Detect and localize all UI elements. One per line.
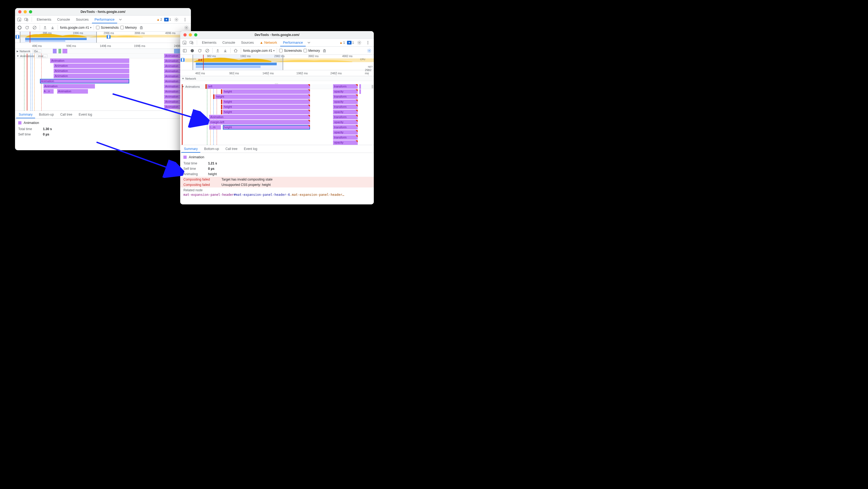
tab-sources[interactable]: Sources <box>73 16 91 23</box>
animation-bar-selected[interactable]: Animation <box>40 79 129 84</box>
zoom-window-button[interactable] <box>29 10 32 13</box>
tab-call-tree[interactable]: Call tree <box>223 145 240 153</box>
tab-summary[interactable]: Summary <box>181 145 200 153</box>
time-ruler[interactable]: 482 ms982 ms1482 ms1982 ms2482 ms2982 ms <box>180 70 374 76</box>
clear-button[interactable] <box>204 48 210 54</box>
tab-bottom-up[interactable]: Bottom-up <box>202 145 221 153</box>
related-node-link[interactable]: mat-expansion-panel-header#mat-expansion… <box>183 193 371 196</box>
more-tabs-button[interactable] <box>118 18 123 22</box>
animation-bar[interactable]: height <box>215 94 310 99</box>
animation-bar[interactable]: Animation <box>43 84 95 89</box>
capture-settings-gear-icon[interactable] <box>366 48 372 54</box>
minimize-window-button[interactable] <box>24 10 27 13</box>
warnings-badge[interactable]: ▲2 <box>157 18 162 22</box>
timeline-overview[interactable]: ❚❚ 996 ms1996 ms2996 ms3996 ms4996 ms ❚❚ <box>15 32 191 43</box>
animation-bar[interactable]: Animation <box>209 115 310 119</box>
gc-icon[interactable] <box>138 25 144 31</box>
close-window-button[interactable] <box>18 10 22 13</box>
animation-bar[interactable]: transform <box>333 104 358 109</box>
memory-checkbox[interactable]: Memory <box>304 49 320 53</box>
upload-icon[interactable] <box>42 25 48 31</box>
anim-event[interactable] <box>359 84 361 89</box>
network-event[interactable] <box>53 49 57 53</box>
minimize-window-button[interactable] <box>189 33 192 36</box>
network-chip[interactable]: tSe… <box>32 49 42 53</box>
network-event[interactable] <box>62 49 67 53</box>
upload-icon[interactable] <box>215 48 221 54</box>
tab-bottom-up[interactable]: Bottom-up <box>36 111 56 118</box>
settings-gear-icon[interactable] <box>173 17 180 23</box>
download-icon[interactable] <box>222 48 228 54</box>
tab-summary[interactable]: Summary <box>16 111 35 118</box>
tab-console[interactable]: Console <box>55 16 73 23</box>
messages-badge[interactable]: ✦1 <box>347 41 354 44</box>
animation-bar[interactable]: transform <box>333 125 358 129</box>
animation-bar[interactable]: transform <box>333 94 358 99</box>
animation-bar[interactable]: transform <box>333 135 358 140</box>
device-toolbar-icon[interactable] <box>23 17 30 23</box>
kebab-menu-icon[interactable] <box>365 39 371 46</box>
capture-settings-gear-icon[interactable] <box>183 25 189 31</box>
record-button[interactable] <box>189 48 195 54</box>
network-event[interactable] <box>174 49 180 53</box>
settings-gear-icon[interactable] <box>356 39 363 46</box>
tab-call-tree[interactable]: Call tree <box>58 111 75 118</box>
target-dropdown[interactable]: fonts.google.com #1▾ <box>60 25 91 31</box>
toggle-sidebar-icon[interactable] <box>182 48 188 54</box>
animation-bar[interactable]: A…n <box>43 89 54 94</box>
animation-bar[interactable]: height <box>223 104 310 109</box>
animation-bar[interactable]: margin-left <box>209 120 310 124</box>
kebab-menu-icon[interactable] <box>182 17 188 23</box>
animation-bar[interactable]: Animation <box>54 69 129 73</box>
home-icon[interactable] <box>233 48 239 54</box>
animation-bar[interactable]: opacity <box>333 99 358 104</box>
tab-network[interactable]: ▲Network <box>257 39 280 47</box>
timeline-overview[interactable]: ❚❚ 982 ms1982 ms2982 ms3982 ms4982 ms CP… <box>180 55 374 70</box>
close-window-button[interactable] <box>183 33 187 36</box>
more-tabs-button[interactable] <box>306 40 312 45</box>
titlebar[interactable]: DevTools - fonts.google.com/ <box>15 8 191 16</box>
animation-bar[interactable]: t…m <box>209 125 221 129</box>
animation-bar[interactable]: opacity <box>333 89 358 94</box>
tab-performance[interactable]: Performance <box>92 16 117 23</box>
reload-record-button[interactable] <box>197 48 203 54</box>
animation-bar[interactable]: transform <box>333 84 358 89</box>
animation-bar[interactable]: Animation <box>57 89 88 94</box>
tab-elements[interactable]: Elements <box>199 39 219 47</box>
scrollbar-thumb[interactable] <box>372 85 373 89</box>
pause-icon[interactable]: ❚❚ <box>181 58 185 62</box>
pause-icon-2[interactable]: ❚❚ <box>107 35 111 39</box>
screenshots-checkbox[interactable]: Screenshots <box>96 26 119 30</box>
reload-record-button[interactable] <box>24 25 30 31</box>
tab-console[interactable]: Console <box>220 39 238 47</box>
animation-bar[interactable]: opacity <box>333 140 358 145</box>
record-button[interactable] <box>17 25 23 31</box>
gc-icon[interactable] <box>321 48 328 54</box>
animation-bar[interactable]: opacity <box>333 130 358 135</box>
animation-bar[interactable]: height <box>223 99 310 104</box>
animation-bar[interactable]: transform <box>333 115 358 119</box>
pause-icon[interactable]: ❚❚ <box>16 35 19 39</box>
animations-chip[interactable]: imation <box>37 54 48 58</box>
tab-elements[interactable]: Elements <box>34 16 54 23</box>
animation-bar[interactable]: height <box>223 89 310 94</box>
animation-bar[interactable]: Animation <box>54 64 129 68</box>
animation-bar[interactable]: opacity <box>333 110 358 114</box>
animation-bar-selected[interactable]: height <box>223 125 310 129</box>
time-ruler[interactable]: 496 ms996 ms1496 ms1996 ms2496 <box>15 43 191 49</box>
tab-sources[interactable]: Sources <box>238 39 257 47</box>
animation-bar[interactable]: height <box>223 110 310 114</box>
target-dropdown[interactable]: fonts.google.com #1▾ <box>243 48 275 54</box>
zoom-window-button[interactable] <box>194 33 197 36</box>
warnings-badge[interactable]: ▲1 <box>339 41 345 44</box>
download-icon[interactable] <box>50 25 56 31</box>
memory-checkbox[interactable]: Memory <box>120 26 137 30</box>
animation-bar[interactable]: Animation <box>50 59 129 63</box>
tab-performance[interactable]: Performance <box>280 39 305 47</box>
inspect-element-icon[interactable] <box>16 17 23 23</box>
inspect-element-icon[interactable] <box>181 39 188 46</box>
clear-button[interactable] <box>32 25 37 31</box>
device-toolbar-icon[interactable] <box>188 39 195 46</box>
tab-event-log[interactable]: Event log <box>241 145 260 153</box>
animation-bar[interactable]: left <box>207 84 310 89</box>
